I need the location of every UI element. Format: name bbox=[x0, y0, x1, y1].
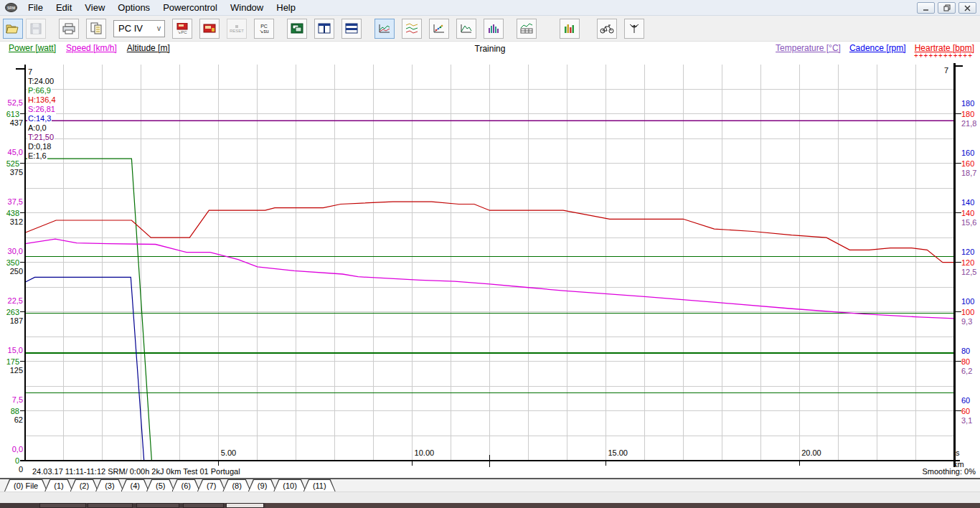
window-tile-horizontal-button[interactable] bbox=[341, 19, 362, 39]
view-peak-button[interactable] bbox=[456, 19, 476, 39]
tab-2[interactable]: (2) bbox=[70, 479, 98, 491]
menu-item-help[interactable]: Help bbox=[270, 1, 302, 14]
menu-item-view[interactable]: View bbox=[78, 1, 111, 14]
tab-5[interactable]: (5) bbox=[146, 479, 174, 491]
tab-label: (11) bbox=[304, 480, 335, 491]
training-chart[interactable] bbox=[0, 42, 980, 478]
axis-tick-label: 100 bbox=[961, 298, 974, 306]
axis-tick-label: 62 bbox=[0, 416, 23, 424]
axis-tick-label: 37,5 bbox=[0, 198, 23, 206]
tab-4[interactable]: (4) bbox=[121, 479, 149, 491]
bar-chart-icon bbox=[563, 23, 576, 34]
axis-tick-label: 125 bbox=[0, 367, 23, 375]
axis-tick-label: 100 bbox=[961, 309, 974, 316]
stacked-lines-icon bbox=[405, 23, 418, 34]
device-memory-button[interactable] bbox=[199, 19, 220, 39]
powercontrol-device-icon bbox=[176, 23, 188, 30]
ergometer-button[interactable] bbox=[597, 19, 617, 39]
taskbar-button[interactable] bbox=[39, 503, 86, 508]
tab-label: (0) File bbox=[5, 480, 47, 491]
view-line-chart-button[interactable] bbox=[374, 19, 395, 39]
tab-7[interactable]: (7) bbox=[197, 479, 225, 491]
window-controls bbox=[917, 2, 976, 14]
online-telemetry-button[interactable] bbox=[624, 19, 644, 39]
taskbar-button[interactable] bbox=[136, 503, 179, 508]
minimize-button[interactable] bbox=[917, 2, 935, 14]
infobox-line: C:14,3 bbox=[27, 114, 52, 123]
tile-horizontal-icon bbox=[345, 23, 358, 34]
window-tile-vertical-button[interactable] bbox=[314, 19, 334, 39]
device-select-value: PC IV bbox=[118, 23, 143, 34]
axis-tick-label: 5.00 bbox=[221, 449, 236, 457]
reset-button[interactable]: RESET bbox=[227, 19, 247, 39]
copy-button[interactable] bbox=[86, 19, 106, 39]
tab-label: (1) bbox=[45, 480, 72, 491]
view-histogram-button[interactable] bbox=[484, 19, 504, 39]
infobox-line: T:24.00 bbox=[27, 77, 55, 86]
tab-8[interactable]: (8) bbox=[222, 479, 250, 491]
peak-chart-icon bbox=[460, 23, 473, 34]
interval-marker-right: 7 bbox=[944, 66, 948, 75]
taskbar-button[interactable] bbox=[183, 503, 224, 508]
axis-tick-label: 12,5 bbox=[961, 268, 976, 276]
toolbar: PC IV v ↘PC RESET bbox=[0, 16, 980, 42]
taskbar-strip bbox=[265, 503, 980, 508]
menu-item-file[interactable]: File bbox=[22, 1, 50, 14]
taskbar-button[interactable] bbox=[88, 503, 133, 508]
tab-11[interactable]: (11) bbox=[303, 479, 336, 491]
menu-item-edit[interactable]: Edit bbox=[50, 1, 78, 14]
download-from-pc-button[interactable]: ↘PC bbox=[172, 19, 192, 39]
view-stacked-lines-button[interactable] bbox=[402, 19, 422, 39]
axis-tick-label: 22,5 bbox=[0, 297, 23, 305]
axis-tick-label: 140 bbox=[961, 210, 974, 217]
restore-icon bbox=[943, 4, 951, 11]
axis-tick-label: 438 bbox=[0, 210, 19, 217]
view-bars-button[interactable] bbox=[560, 19, 580, 39]
close-button[interactable] bbox=[958, 2, 976, 14]
taskbar-button-active[interactable] bbox=[226, 503, 264, 508]
tab-6[interactable]: (6) bbox=[172, 479, 200, 491]
tab-label: (7) bbox=[198, 480, 225, 491]
series-cadence bbox=[25, 277, 144, 461]
view-chart-table-button[interactable] bbox=[517, 19, 537, 39]
axis-tick-label: 120 bbox=[961, 248, 974, 256]
tab-label: (10) bbox=[274, 480, 306, 491]
restore-button[interactable] bbox=[938, 2, 956, 14]
print-button[interactable] bbox=[59, 19, 79, 39]
tab-3[interactable]: (3) bbox=[95, 479, 123, 491]
application-window: SRM FileEditViewOptionsPowercontrolWindo… bbox=[0, 0, 980, 508]
infobox-line: D:0,18 bbox=[27, 142, 52, 151]
axis-tick-label: 10.00 bbox=[415, 449, 435, 457]
memory-card-icon bbox=[203, 24, 216, 33]
tab-label: (9) bbox=[249, 480, 275, 491]
axis-tick-label: 175 bbox=[0, 358, 19, 366]
menu-item-window[interactable]: Window bbox=[224, 1, 270, 14]
infobox-line: S:26,81 bbox=[27, 105, 56, 114]
menu-item-options[interactable]: Options bbox=[111, 1, 156, 14]
tab-0[interactable]: (0) File bbox=[4, 479, 47, 491]
axis-tick-label: 7,5 bbox=[0, 396, 23, 404]
tab-9[interactable]: (9) bbox=[248, 479, 276, 491]
pc-su-bottom-label: ↘su bbox=[259, 29, 268, 34]
infobox-line: T:21,50 bbox=[27, 133, 55, 142]
tab-1[interactable]: (1) bbox=[44, 479, 72, 491]
axis-tick-label: 160 bbox=[961, 160, 974, 168]
axis-tick-label: 60 bbox=[961, 397, 970, 405]
upload-to-device-button[interactable]: PC ↘su bbox=[254, 19, 274, 39]
smoothing-status: Smoothing: 0% bbox=[922, 467, 976, 476]
antenna-icon bbox=[628, 23, 641, 34]
axis-tick-label: 15,0 bbox=[0, 347, 23, 354]
menubar: FileEditViewOptionsPowercontrolWindowHel… bbox=[22, 1, 302, 14]
x-unit-seconds: s bbox=[956, 448, 960, 457]
axis-tick-label: 6,2 bbox=[961, 367, 972, 375]
menu-item-powercontrol[interactable]: Powercontrol bbox=[156, 1, 224, 14]
axis-tick-label: 52,5 bbox=[0, 99, 23, 107]
view-scatter-button[interactable] bbox=[429, 19, 449, 39]
session-info: 24.03.17 11:11-11:12 SRM/ 0:00h 2kJ 0km … bbox=[32, 467, 240, 476]
save-button[interactable] bbox=[26, 19, 46, 39]
window-cascade-button[interactable] bbox=[287, 19, 307, 39]
open-file-button[interactable] bbox=[3, 19, 23, 39]
tab-10[interactable]: (10) bbox=[273, 479, 306, 491]
device-select[interactable]: PC IV v bbox=[113, 20, 165, 37]
tab-label: (4) bbox=[122, 480, 149, 491]
